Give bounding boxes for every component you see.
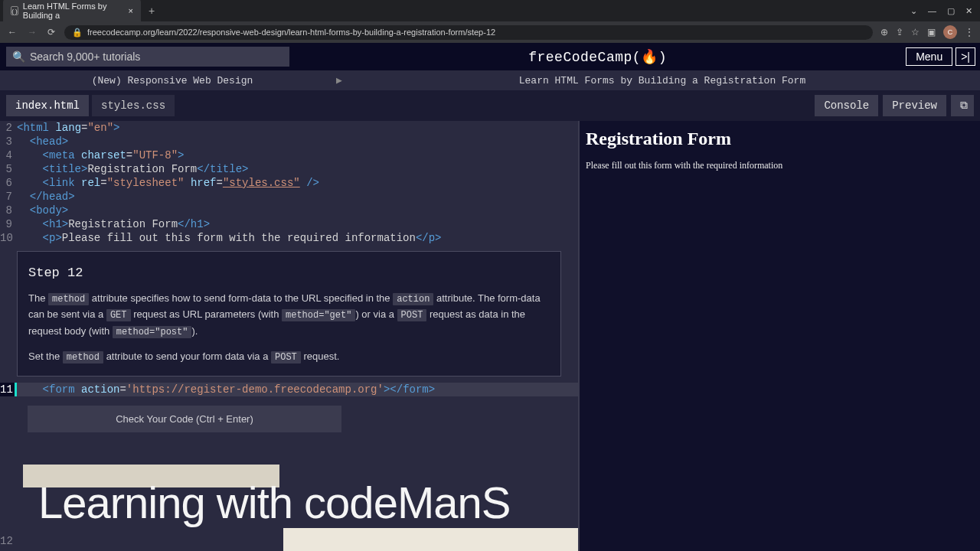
forward-icon[interactable]: → — [26, 25, 38, 39]
fcc-logo[interactable]: freeCodeCamp(🔥) — [289, 48, 906, 65]
tab-styles-css[interactable]: styles.css — [92, 95, 175, 116]
search-icon: 🔍 — [12, 51, 25, 63]
maximize-icon[interactable]: ▢ — [947, 6, 955, 16]
tab-title: Learn HTML Forms by Building a — [23, 2, 119, 20]
main-area: 2<html lang="en"> 3 <head> 4 <meta chars… — [0, 121, 980, 551]
minimize-icon[interactable]: — — [928, 6, 936, 16]
tab-index-html[interactable]: index.html — [6, 95, 89, 116]
step-instructions: Step 12 The method attribute specifies h… — [17, 251, 561, 377]
code-editor[interactable]: 2<html lang="en"> 3 <head> 4 <meta chars… — [0, 121, 578, 551]
panel-icon[interactable]: ▣ — [927, 27, 936, 37]
share-icon[interactable]: ⇪ — [896, 27, 903, 37]
new-tab-button[interactable]: + — [141, 5, 162, 17]
chevron-right-icon: ▶ — [334, 75, 345, 86]
console-button[interactable]: Console — [815, 95, 878, 116]
fcc-header: 🔍 Search 9,000+ tutorials freeCodeCamp(🔥… — [0, 43, 980, 70]
back-icon[interactable]: ← — [6, 25, 18, 39]
star-icon[interactable]: ☆ — [911, 27, 920, 37]
menu-button[interactable]: Menu — [906, 47, 952, 66]
code-input-area-wide[interactable] — [283, 528, 578, 551]
check-code-button[interactable]: Check Your Code (Ctrl + Enter) — [28, 406, 341, 432]
step-paragraph-2: Set the method attribute to send your fo… — [28, 349, 550, 365]
chevron-down-icon[interactable]: ⌄ — [910, 6, 917, 16]
external-window-icon[interactable]: ⧉ — [951, 95, 974, 116]
preview-pane: Registration Form Please fill out this f… — [578, 121, 980, 551]
breadcrumb-lesson: Learn HTML Forms by Building a Registrat… — [345, 75, 980, 86]
lock-icon: 🔒 — [72, 28, 83, 37]
preview-paragraph: Please fill out this form with the requi… — [586, 160, 974, 171]
close-icon[interactable]: × — [129, 6, 133, 15]
reload-icon[interactable]: ⟳ — [46, 25, 57, 39]
preview-button[interactable]: Preview — [883, 95, 946, 116]
code-input-area[interactable] — [23, 465, 279, 487]
breadcrumb-course[interactable]: (New) Responsive Web Design ▶ — [0, 75, 345, 86]
editor-tabs: index.html styles.css Console Preview ⧉ — [0, 90, 980, 121]
search-placeholder: Search 9,000+ tutorials — [30, 51, 140, 63]
kebab-menu-icon[interactable]: ⋮ — [965, 27, 974, 37]
zoom-icon[interactable]: ⊕ — [880, 27, 888, 37]
url-bar[interactable]: 🔒 freecodecamp.org/learn/2022/responsive… — [64, 25, 873, 40]
step-paragraph-1: The method attribute specifies how to se… — [28, 291, 550, 340]
window-controls: ⌄ — ▢ ✕ — [910, 6, 980, 16]
chrome-tab-strip: ( ) Learn HTML Forms by Building a × + ⌄… — [0, 0, 980, 21]
preview-heading: Registration Form — [586, 129, 974, 149]
step-title: Step 12 — [28, 262, 550, 283]
breadcrumb: (New) Responsive Web Design ▶ Learn HTML… — [0, 70, 980, 90]
favicon-icon: ( ) — [11, 6, 18, 15]
close-window-icon[interactable]: ✕ — [965, 6, 972, 16]
search-input[interactable]: 🔍 Search 9,000+ tutorials — [6, 47, 289, 67]
fire-icon: 🔥 — [641, 48, 658, 65]
url-text: freecodecamp.org/learn/2022/responsive-w… — [87, 28, 495, 37]
avatar[interactable]: C — [943, 25, 957, 39]
chrome-nav-bar: ← → ⟳ 🔒 freecodecamp.org/learn/2022/resp… — [0, 21, 980, 43]
browser-tab[interactable]: ( ) Learn HTML Forms by Building a × — [3, 0, 141, 24]
sidebar-toggle-icon[interactable]: >| — [956, 47, 975, 66]
